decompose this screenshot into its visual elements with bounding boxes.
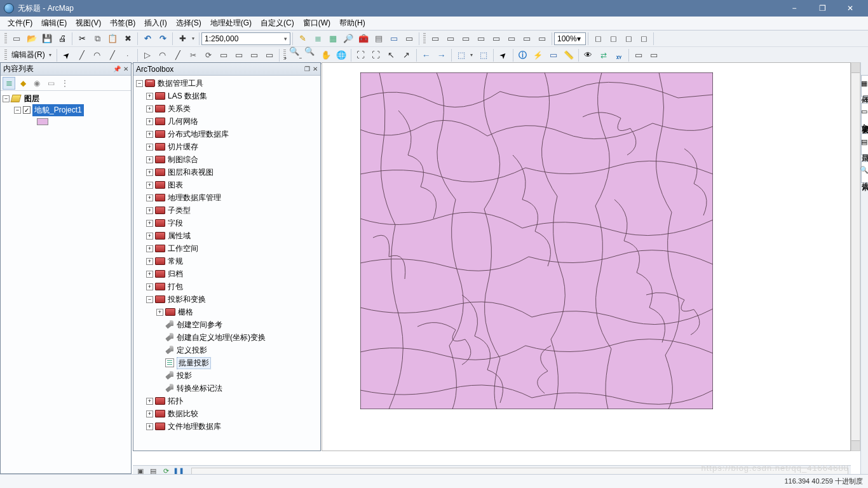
toolset-item[interactable]: +子类型 [133,204,320,217]
list-by-visibility[interactable]: ◉ [31,77,43,90]
tool-item[interactable]: 转换坐标记法 [133,382,320,395]
toc-layer-row[interactable]: − ✓ 地貌_Project1 [3,104,129,116]
edit-attr[interactable] [217,48,231,62]
restore-icon[interactable]: ❐ [304,65,310,72]
delete-button[interactable] [121,32,135,46]
expand-icon[interactable]: + [146,105,153,112]
edit-split[interactable]: ✂ [186,48,200,62]
toolset-item[interactable]: +数据比较 [133,407,320,420]
tool-item[interactable]: 批量投影 [133,356,320,369]
list-by-selection[interactable]: ▭ [44,77,57,90]
menu-edit[interactable]: 编辑(E) [37,17,71,30]
expand-icon[interactable]: + [146,398,153,405]
layer-checkbox[interactable]: ✓ [23,106,31,114]
toolset-item[interactable]: +几何网络 [133,115,320,128]
expand-icon[interactable]: + [146,182,153,189]
time-slider-button[interactable] [632,48,646,62]
toc-button[interactable] [311,32,325,46]
tool-item[interactable]: 投影 [133,369,320,382]
tool-item[interactable]: 创建空间参考 [133,318,320,331]
edit-point[interactable]: · [121,48,135,62]
expand-icon[interactable]: + [146,169,153,176]
toolset-item[interactable]: +归档 [133,268,320,280]
clear-selection-button[interactable] [477,48,491,62]
fixed-zoom-out[interactable] [369,48,383,62]
toolset-item[interactable]: +属性域 [133,229,320,242]
edit-arc[interactable] [90,48,104,62]
close-icon[interactable]: ✕ [313,65,318,72]
expand-icon[interactable]: + [146,258,153,265]
tool-item[interactable]: 定义投影 [133,344,320,356]
dock-tab-catalog[interactable]: ▤目录 [861,133,868,155]
redo-button[interactable] [156,32,170,46]
zoom-diag2[interactable] [400,48,414,62]
options-button[interactable]: ⋮ [58,77,71,90]
zoom-percent-combo[interactable]: 100%▾ [554,32,586,45]
minimize-button[interactable]: − [780,0,808,17]
toolset-item[interactable]: +文件地理数据库 [133,420,320,433]
toolset-item[interactable]: +字段 [133,217,320,229]
menu-view[interactable]: 视图(V) [72,17,105,30]
toolbar-grip[interactable] [4,50,7,61]
collapse-icon[interactable]: − [136,80,143,87]
edit-rotate[interactable]: ⟳ [201,48,215,62]
hyperlink-button[interactable]: ⚡ [531,48,545,62]
toolset-item[interactable]: +分布式地理数据库 [133,128,320,140]
zoom-out-button[interactable] [304,48,318,62]
find-route-button[interactable]: ⇄ [597,48,611,62]
toolbar-grip[interactable] [423,33,426,44]
menu-customize[interactable]: 自定义(C) [257,17,298,30]
toolset-item[interactable]: +LAS 数据集 [133,90,320,102]
georef-button6[interactable] [505,32,519,46]
expand-icon[interactable]: + [146,131,153,138]
toolset-item[interactable]: +图层和表视图 [133,166,320,179]
modelbuilder-button[interactable] [387,32,401,46]
fixed-zoom-in[interactable] [354,48,368,62]
list-by-drawing-order[interactable] [3,77,15,90]
html-popup-button[interactable] [546,48,560,62]
pan-button[interactable] [319,48,333,62]
georef-button3[interactable] [459,32,473,46]
close-button[interactable]: ✕ [836,0,864,17]
editor-toolbar-button[interactable] [295,32,309,46]
edit-create[interactable] [262,48,276,62]
expand-icon[interactable]: + [146,144,153,151]
editor-menu[interactable]: 编辑器(R) [9,50,48,60]
menu-bookmarks[interactable]: 书签(B) [106,17,139,30]
layout-button3[interactable] [621,32,635,46]
map-canvas[interactable] [322,62,851,451]
georef-button2[interactable] [444,32,458,46]
open-button[interactable] [25,32,39,46]
maximize-button[interactable]: ❐ [808,0,836,17]
toolset-item[interactable]: +常规 [133,255,320,268]
toolset-raster[interactable]: +栅格 [133,306,320,318]
dock-tab-search[interactable]: 🔍搜索 [861,161,868,183]
scale-combo[interactable]: 1:250,000▾ [201,32,290,45]
toolset-item[interactable]: +制图综合 [133,153,320,166]
undo-button[interactable] [140,32,154,46]
menu-help[interactable]: 帮助(H) [336,17,369,30]
georef-button7[interactable] [520,32,534,46]
expand-icon[interactable]: + [146,271,153,278]
identify-button[interactable] [516,48,530,62]
catalog-button[interactable] [326,32,340,46]
toc-symbol-row[interactable] [3,116,129,127]
edit-reshape[interactable] [156,48,170,62]
full-extent-button[interactable] [334,48,348,62]
edit-sketch[interactable] [232,48,246,62]
layout-button4[interactable] [637,32,651,46]
toc-root-row[interactable]: − 图层 [3,93,129,104]
pin-icon[interactable]: 📌 [113,65,121,72]
edit-vertex[interactable] [140,48,154,62]
dock-tab-create-features[interactable]: ▭创建要素 [861,103,868,127]
expand-icon[interactable]: + [146,194,153,201]
results-button[interactable] [402,32,416,46]
georef-button8[interactable] [535,32,549,46]
expand-icon[interactable]: + [146,207,153,214]
toolset-item[interactable]: +关系类 [133,102,320,115]
toolbar-grip[interactable] [4,33,7,44]
toolset-projections[interactable]: −投影和变换 [133,293,320,306]
add-data-button[interactable] [175,32,189,46]
expand-icon[interactable]: + [146,410,153,417]
toolset-item[interactable]: +图表 [133,179,320,191]
